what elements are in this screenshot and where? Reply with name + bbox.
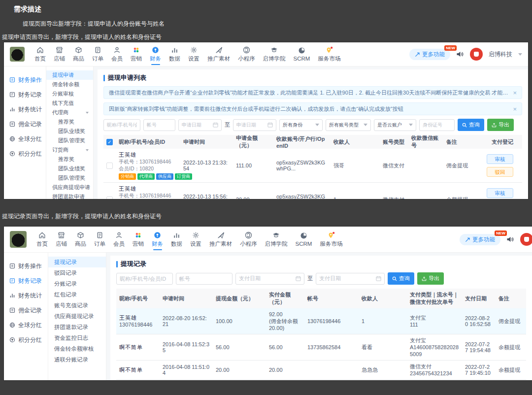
avatar[interactable] xyxy=(520,233,532,246)
nav-data[interactable]: 数据 xyxy=(165,43,184,66)
nav-home[interactable]: 首页 xyxy=(31,43,50,66)
sidebar-item-global-dividend[interactable]: 全球分红 xyxy=(4,132,46,146)
nav-data[interactable]: 数据 xyxy=(167,228,186,251)
submenu-reject-records[interactable]: 驳回记录 xyxy=(48,267,106,278)
nav-miniapp[interactable]: 小程序 xyxy=(234,43,259,66)
submenu-supplier-withdraw[interactable]: 供应商提现申请 xyxy=(46,183,93,192)
avatar[interactable] xyxy=(470,48,483,61)
submenu-redpacket-records[interactable]: 红包记录 xyxy=(48,289,106,300)
identity-select[interactable]: 所有身份 xyxy=(279,119,323,131)
submenu-dealer-team-performance[interactable]: 团队业绩奖 xyxy=(46,164,93,173)
sidebar-item-finance-stats[interactable]: 财务统计 xyxy=(4,288,48,303)
audit-button[interactable]: 审核 xyxy=(487,188,513,198)
nav-service-market[interactable]: 服务市场 xyxy=(316,228,346,251)
submenu-group-refund[interactable]: 拼团退款申请 xyxy=(46,192,93,199)
submenu-split-audit[interactable]: 分账审核 xyxy=(46,89,93,99)
date-to-picker[interactable]: 支付日期 xyxy=(316,273,385,285)
nav-home[interactable]: 首页 xyxy=(33,228,52,251)
cloud-account-select[interactable]: 是否云账户 xyxy=(374,119,416,131)
export-button[interactable]: 导出 xyxy=(417,272,444,285)
row-checkbox[interactable] xyxy=(106,163,113,169)
date-from-picker[interactable]: 申请日期 xyxy=(178,119,222,131)
submenu-split-records[interactable]: 分账记录 xyxy=(48,278,106,289)
nav-miniapp[interactable]: 小程序 xyxy=(236,228,261,251)
nav-academy[interactable]: 启博学院 xyxy=(259,43,290,66)
sidebar-item-points-dividend[interactable]: 积分分红 xyxy=(4,332,48,347)
date-to-picker[interactable]: 申请日期 xyxy=(233,119,276,131)
date-from-picker[interactable]: 支付日期 xyxy=(235,273,304,285)
account-type-select[interactable]: 所有账号类型 xyxy=(326,119,371,131)
submenu-agent-team-performance[interactable]: 团队业绩奖 xyxy=(46,127,93,136)
nav-goods[interactable]: 商品 xyxy=(69,43,88,66)
select-all-checkbox[interactable] xyxy=(106,139,113,145)
submenu-withdraw-records[interactable]: 提现记录 xyxy=(48,257,106,267)
nav-member[interactable]: 会员 xyxy=(107,43,127,66)
sidebar-item-points-dividend[interactable]: 积分分红 xyxy=(4,146,46,161)
nav-promo-material[interactable]: 推广素材 xyxy=(203,43,234,66)
nav-order[interactable]: 订单 xyxy=(88,43,107,66)
submenu-commission-to-balance-audit[interactable]: 佣金转余额审核 xyxy=(48,343,106,354)
bar-chart-icon xyxy=(9,293,15,298)
nav-promo-material[interactable]: 推广素材 xyxy=(205,228,236,251)
submenu-dealer-referral[interactable]: 推荐奖 xyxy=(46,155,93,164)
sidebar-item-finance-records[interactable]: 财务记录 xyxy=(4,273,48,288)
sidebar-item-finance-ops[interactable]: 财务操作 xyxy=(4,72,46,87)
company-name[interactable]: 启博科技 xyxy=(489,50,512,59)
nav-marketing[interactable]: 营销 xyxy=(127,43,146,66)
announcement-icon[interactable] xyxy=(506,236,514,243)
submenu-fund-monitor-log[interactable]: 资金监控日志 xyxy=(48,332,106,343)
search-button[interactable]: 查询 xyxy=(388,272,414,285)
close-icon[interactable] xyxy=(508,105,517,113)
nav-marketing[interactable]: 营销 xyxy=(129,228,148,251)
nav-order[interactable]: 订单 xyxy=(90,228,109,251)
export-button[interactable]: 导出 xyxy=(487,119,514,131)
submenu-recharge-records[interactable]: 账号充值记录 xyxy=(48,300,106,311)
nav-shop[interactable]: 店铺 xyxy=(52,228,71,251)
close-icon[interactable] xyxy=(508,89,517,97)
submenu-agent-group[interactable]: 代理商 xyxy=(46,108,93,117)
nav-finance[interactable]: 财务 xyxy=(148,228,167,251)
search-button[interactable]: 查询 xyxy=(458,119,484,131)
submenu-withdraw-apply[interactable]: 提现申请 xyxy=(46,70,93,80)
nav-academy[interactable]: 启博学院 xyxy=(261,228,292,251)
nav-settings[interactable]: 设置 xyxy=(186,228,205,251)
nav-scrm[interactable]: SCRM xyxy=(292,228,316,251)
sidebar-item-commission-records[interactable]: 佣金记录 xyxy=(4,117,46,132)
nav-service-market[interactable]: 服务市场 xyxy=(314,43,344,66)
submenu-tonglian-split-records[interactable]: 通联分账记录 xyxy=(48,354,106,365)
more-features-button[interactable]: 更多功能 NEW xyxy=(409,49,450,60)
sidebar-item-global-dividend[interactable]: 全球分红 xyxy=(4,318,48,332)
reject-button[interactable]: 驳回 xyxy=(487,167,513,177)
keyword-input[interactable] xyxy=(116,273,173,285)
nav-finance[interactable]: 财务 xyxy=(146,43,165,66)
submenu-group-refund-records[interactable]: 拼团退款记录 xyxy=(48,322,106,332)
account-input[interactable] xyxy=(143,119,175,131)
submenu-offline-recharge[interactable]: 线下充值 xyxy=(46,99,93,108)
submenu-commission-to-balance[interactable]: 佣金转余额 xyxy=(46,80,93,89)
submenu-agent-team-manage[interactable]: 团队管理奖 xyxy=(46,136,93,145)
market-pin-icon xyxy=(328,231,335,239)
audit-button[interactable]: 审核 xyxy=(487,154,513,164)
row-checkbox[interactable] xyxy=(106,197,113,199)
export-icon xyxy=(422,276,427,281)
nav-scrm[interactable]: SCRM xyxy=(290,43,314,66)
sidebar-item-finance-stats[interactable]: 财务统计 xyxy=(4,102,46,117)
submenu-supplier-withdraw-records[interactable]: 供应商提现记录 xyxy=(48,311,106,322)
nav-goods[interactable]: 商品 xyxy=(71,228,90,251)
sidebar: 财务操作 财务记录 财务统计 佣金记录 全球分红 积分分红 xyxy=(4,66,46,199)
submenu-dealer-team-manage[interactable]: 团队管理奖 xyxy=(46,173,93,183)
idcard-input[interactable] xyxy=(419,119,455,131)
nav-shop[interactable]: 店铺 xyxy=(50,43,69,66)
submenu-dealer-group[interactable]: 订货商 xyxy=(46,145,93,155)
announcement-icon[interactable] xyxy=(456,51,464,58)
sidebar-item-commission-records[interactable]: 佣金记录 xyxy=(4,303,48,318)
nav-settings[interactable]: 设置 xyxy=(184,43,203,66)
account-input[interactable] xyxy=(176,273,233,285)
keyword-input[interactable] xyxy=(103,119,140,131)
nav-member[interactable]: 会员 xyxy=(109,228,129,251)
more-features-button[interactable]: 更多功能 NEW xyxy=(460,234,500,245)
chevron-down-icon xyxy=(518,53,522,58)
sidebar-item-finance-records[interactable]: 财务记录 xyxy=(4,87,46,102)
sidebar-item-finance-ops[interactable]: 财务操作 xyxy=(4,259,48,273)
submenu-agent-referral[interactable]: 推荐奖 xyxy=(46,117,93,127)
